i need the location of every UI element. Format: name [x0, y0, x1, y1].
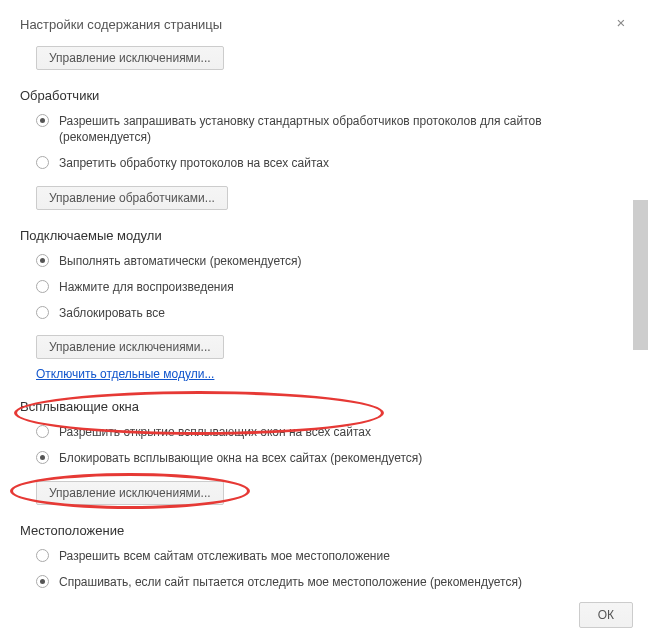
radio-icon[interactable]: [36, 254, 49, 267]
radio-icon[interactable]: [36, 451, 49, 464]
radio-label: Выполнять автоматически (рекомендуется): [59, 253, 302, 269]
radio-icon[interactable]: [36, 575, 49, 588]
radio-icon[interactable]: [36, 306, 49, 319]
manage-exceptions-button-top[interactable]: Управление исключениями...: [36, 46, 224, 70]
radio-label: Заблокировать все: [59, 305, 165, 321]
radio-label: Запретить обработку протоколов на всех с…: [59, 155, 329, 171]
section-popups: Всплывающие окна Разрешить открытие вспл…: [20, 399, 629, 504]
manage-handlers-button[interactable]: Управление обработчиками...: [36, 186, 228, 210]
radio-icon[interactable]: [36, 114, 49, 127]
section-plugins: Подключаемые модули Выполнять автоматиче…: [20, 228, 629, 382]
section-title-location: Местоположение: [20, 523, 629, 538]
ok-button[interactable]: ОК: [579, 602, 633, 628]
section-location: Местоположение Разрешить всем сайтам отс…: [20, 523, 629, 601]
radio-row-plugins-auto[interactable]: Выполнять автоматически (рекомендуется): [36, 251, 629, 271]
manage-exceptions-button-plugins[interactable]: Управление исключениями...: [36, 335, 224, 359]
radio-row-plugins-block[interactable]: Заблокировать все: [36, 303, 629, 323]
radio-row-popups-block[interactable]: Блокировать всплывающие окна на всех сай…: [36, 448, 629, 468]
section-title-handlers: Обработчики: [20, 88, 629, 103]
radio-label: Блокировать всплывающие окна на всех сай…: [59, 450, 422, 466]
radio-icon[interactable]: [36, 156, 49, 169]
radio-row-location-deny[interactable]: Не разрешать сайтам отслеживать мое мест…: [36, 598, 629, 600]
radio-label: Разрешить всем сайтам отслеживать мое ме…: [59, 548, 390, 564]
close-icon[interactable]: ×: [613, 16, 629, 32]
radio-icon[interactable]: [36, 549, 49, 562]
manage-exceptions-button-popups[interactable]: Управление исключениями...: [36, 481, 224, 505]
section-handlers: Обработчики Разрешить запрашивать устано…: [20, 88, 629, 210]
disable-plugins-link[interactable]: Отключить отдельные модули...: [36, 367, 214, 381]
dialog-title: Настройки содержания страницы: [20, 17, 222, 32]
scrollbar-thumb[interactable]: [633, 200, 648, 350]
radio-label: Спрашивать, если сайт пытается отследить…: [59, 574, 522, 590]
radio-row-location-ask[interactable]: Спрашивать, если сайт пытается отследить…: [36, 572, 629, 592]
radio-row-handlers-allow[interactable]: Разрешить запрашивать установку стандарт…: [36, 111, 629, 147]
radio-icon[interactable]: [36, 425, 49, 438]
radio-row-popups-allow[interactable]: Разрешить открытие всплывающих окон на в…: [36, 422, 629, 442]
dialog-header: Настройки содержания страницы ×: [20, 16, 629, 32]
radio-label: Разрешить открытие всплывающих окон на в…: [59, 424, 371, 440]
section-title-plugins: Подключаемые модули: [20, 228, 629, 243]
radio-row-handlers-deny[interactable]: Запретить обработку протоколов на всех с…: [36, 153, 629, 173]
radio-row-plugins-click[interactable]: Нажмите для воспроизведения: [36, 277, 629, 297]
section-title-popups: Всплывающие окна: [20, 399, 629, 414]
radio-icon[interactable]: [36, 280, 49, 293]
radio-label: Разрешить запрашивать установку стандарт…: [59, 113, 629, 145]
radio-row-location-allow[interactable]: Разрешить всем сайтам отслеживать мое ме…: [36, 546, 629, 566]
dialog-footer: ОК: [579, 602, 633, 628]
radio-label: Нажмите для воспроизведения: [59, 279, 234, 295]
